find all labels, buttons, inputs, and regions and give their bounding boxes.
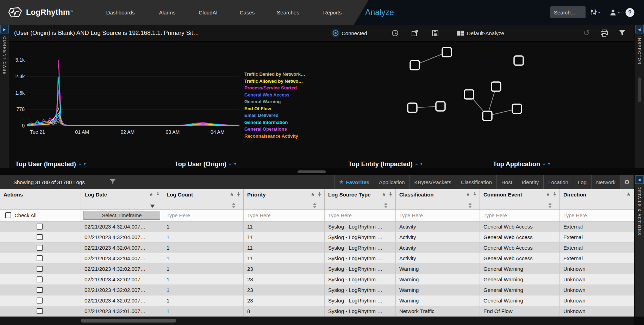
legend-item[interactable]: End Of Flow bbox=[244, 105, 305, 112]
nav-item-reports[interactable]: Reports bbox=[323, 0, 342, 25]
row-checkbox[interactable] bbox=[37, 308, 43, 314]
favorite-star-icon[interactable]: ★ bbox=[149, 192, 154, 197]
grid-tab-application[interactable]: Application bbox=[374, 175, 409, 189]
table-row[interactable]: 02/21/2023 4:32:04.007…111Syslog - LogRh… bbox=[0, 253, 634, 264]
table-row[interactable]: 02/21/2023 4:32:02.007…123Syslog - LogRh… bbox=[0, 264, 634, 274]
user-menu-icon[interactable]: ▾ bbox=[609, 0, 620, 25]
grid-scrollbar-thumb[interactable] bbox=[81, 319, 176, 323]
row-checkbox[interactable] bbox=[37, 298, 43, 304]
pin-icon[interactable] bbox=[156, 192, 160, 197]
sort-icons[interactable] bbox=[468, 203, 472, 208]
row-checkbox[interactable] bbox=[37, 255, 43, 261]
legend-item[interactable]: Reconnaissance Activity bbox=[244, 133, 305, 140]
column-header-common-event[interactable]: Common Event★ bbox=[480, 189, 560, 209]
pin-icon[interactable] bbox=[389, 192, 393, 197]
widget-menu-icon[interactable]: ≡ bbox=[415, 162, 418, 166]
grid-tab-host[interactable]: Host bbox=[496, 175, 517, 189]
grid-tab-kbytes-packets[interactable]: KBytes/Packets bbox=[409, 175, 456, 189]
check-all-checkbox[interactable] bbox=[5, 212, 11, 218]
sort-desc-icon[interactable] bbox=[150, 205, 155, 208]
grid-tab-classification[interactable]: Classification bbox=[456, 175, 496, 189]
inspector-rail[interactable]: ◀ INSPECTOR bbox=[634, 25, 644, 175]
widget-menu-icon[interactable]: ▾ bbox=[420, 162, 423, 166]
table-row[interactable]: 02/21/2023 4:32:02.007…123Syslog - LogRh… bbox=[0, 295, 634, 306]
details-actions-rail[interactable]: ◀ DETAILS & ACTIONS bbox=[634, 175, 644, 317]
row-checkbox[interactable] bbox=[37, 266, 43, 272]
favorite-star-icon[interactable]: ★ bbox=[546, 192, 550, 197]
legend-item[interactable]: Process/Service Started bbox=[244, 85, 305, 92]
log-source-type-filter[interactable]: Type Here bbox=[325, 210, 396, 221]
horizontal-scrollbar-thumb[interactable] bbox=[298, 170, 326, 173]
expand-details-actions-icon[interactable]: ◀ bbox=[635, 175, 644, 184]
nav-item-cases[interactable]: Cases bbox=[240, 0, 255, 25]
graph-node[interactable] bbox=[492, 82, 501, 91]
legend-item[interactable]: General Information bbox=[244, 119, 305, 126]
layout-selector[interactable]: Default-Analyze bbox=[456, 25, 504, 42]
graph-node[interactable] bbox=[442, 48, 451, 57]
graph-node[interactable] bbox=[483, 111, 492, 120]
graph-node[interactable] bbox=[512, 104, 521, 113]
favorite-star-icon[interactable]: ★ bbox=[230, 192, 234, 197]
log-count-filter[interactable]: Type Here bbox=[163, 210, 244, 221]
vertical-scrollbar-thumb[interactable] bbox=[638, 77, 641, 102]
pin-icon[interactable] bbox=[318, 192, 321, 197]
save-icon[interactable] bbox=[432, 25, 439, 42]
graph-node[interactable] bbox=[464, 90, 474, 99]
widget-menu-icon[interactable]: ≡ bbox=[543, 162, 545, 166]
pin-icon[interactable] bbox=[553, 192, 557, 197]
sort-icons[interactable] bbox=[232, 203, 236, 208]
column-header-log-date[interactable]: Log Date★ bbox=[81, 189, 163, 209]
grid-filter-icon[interactable] bbox=[110, 179, 116, 185]
favorite-star-icon[interactable]: ★ bbox=[466, 192, 470, 197]
widget-menu-icon[interactable]: ▾ bbox=[84, 162, 86, 166]
grid-settings-gear-icon[interactable]: ⚙ bbox=[620, 175, 633, 189]
grid-tab-favorites[interactable]: ★Favorites bbox=[334, 175, 374, 189]
tab-analyze[interactable]: Analyze bbox=[365, 0, 394, 25]
popout-icon[interactable] bbox=[411, 25, 418, 42]
favorite-star-icon[interactable]: ★ bbox=[382, 192, 386, 197]
classification-filter[interactable]: Type Here bbox=[396, 210, 480, 221]
graph-node[interactable] bbox=[408, 103, 417, 112]
widget-menu-icon[interactable]: ≡ bbox=[229, 162, 231, 166]
table-row[interactable]: 02/21/2023 4:32:02.007…123Syslog - LogRh… bbox=[0, 274, 634, 285]
graph-node[interactable] bbox=[410, 61, 419, 70]
current-case-rail[interactable]: ▶ CURRENT CASE bbox=[0, 25, 9, 175]
legend-item[interactable]: General Web Access bbox=[244, 92, 305, 99]
expand-inspector-icon[interactable]: ◀ bbox=[635, 25, 644, 33]
row-checkbox[interactable] bbox=[37, 287, 43, 293]
column-header-direction[interactable]: Direction★ bbox=[560, 189, 634, 209]
logs-over-time-chart[interactable]: 3.1k2.3k1.6k7780Tue 2101 AM02 AM03 AM04 … bbox=[9, 42, 256, 147]
grid-horizontal-scrollbar[interactable] bbox=[0, 317, 644, 325]
row-checkbox[interactable] bbox=[37, 276, 43, 282]
column-header-log-count[interactable]: Log Count★ bbox=[163, 189, 244, 209]
time-range-icon[interactable] bbox=[392, 25, 399, 42]
row-checkbox[interactable] bbox=[37, 224, 43, 230]
legend-item[interactable]: Email Delivered bbox=[244, 112, 305, 119]
print-icon[interactable] bbox=[600, 30, 608, 37]
table-row[interactable]: 02/21/2023 4:32:04.007…111Syslog - LogRh… bbox=[0, 243, 634, 253]
favorite-star-icon[interactable]: ★ bbox=[626, 192, 631, 197]
table-row[interactable]: 02/21/2023 4:32:04.007…111Syslog - LogRh… bbox=[0, 221, 634, 232]
column-header-classification[interactable]: Classification★ bbox=[396, 189, 480, 209]
row-checkbox[interactable] bbox=[37, 234, 43, 240]
table-row[interactable]: 02/21/2023 4:32:04.007…111Syslog - LogRh… bbox=[0, 232, 634, 243]
legend-item[interactable]: General Warning bbox=[244, 98, 305, 105]
common-event-filter[interactable]: Type Here bbox=[480, 210, 560, 221]
sort-icons[interactable] bbox=[313, 203, 317, 208]
select-timeframe-button[interactable]: Select Timeframe bbox=[83, 211, 160, 220]
favorite-star-icon[interactable]: ★ bbox=[311, 192, 315, 197]
grid-tab-location[interactable]: Location bbox=[543, 175, 573, 189]
preferences-sliders-icon[interactable]: ▾ bbox=[590, 0, 600, 25]
graph-node[interactable] bbox=[436, 102, 445, 111]
expand-current-case-icon[interactable]: ▶ bbox=[0, 25, 9, 33]
nav-item-cloudai[interactable]: CloudAI bbox=[199, 0, 217, 25]
dashboard-horizontal-scrollbar[interactable] bbox=[0, 168, 644, 175]
widget-menu-icon[interactable]: ≡ bbox=[79, 162, 81, 166]
undo-icon[interactable]: ↺ bbox=[583, 29, 590, 38]
legend-item[interactable]: Traffic Denied by Network… bbox=[244, 71, 305, 78]
nav-item-dashboards[interactable]: Dashboards bbox=[106, 0, 135, 25]
pin-icon[interactable] bbox=[237, 192, 240, 197]
table-row[interactable]: 02/21/2023 4:32:01.007…18Syslog - LogRhy… bbox=[0, 306, 634, 317]
graph-node[interactable] bbox=[514, 56, 523, 65]
grid-tab-log[interactable]: Log bbox=[573, 175, 591, 189]
